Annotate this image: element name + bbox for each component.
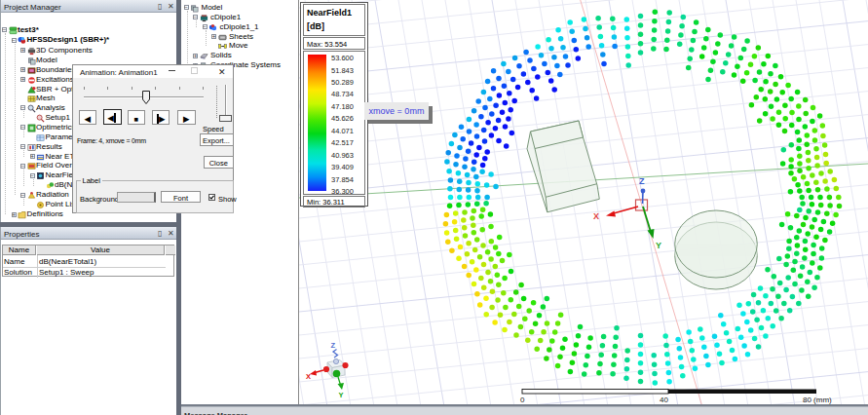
svg-text:0: 0 bbox=[520, 396, 525, 404]
svg-text:40: 40 bbox=[660, 396, 668, 404]
svg-text:80 (mm): 80 (mm) bbox=[803, 396, 832, 404]
svg-text:X: X bbox=[306, 372, 311, 381]
svg-text:Y: Y bbox=[656, 241, 661, 250]
svg-text:X: X bbox=[593, 211, 599, 221]
svg-text:Z: Z bbox=[331, 341, 336, 350]
svg-text:Z: Z bbox=[639, 176, 645, 186]
svg-text:Y: Y bbox=[339, 391, 344, 399]
